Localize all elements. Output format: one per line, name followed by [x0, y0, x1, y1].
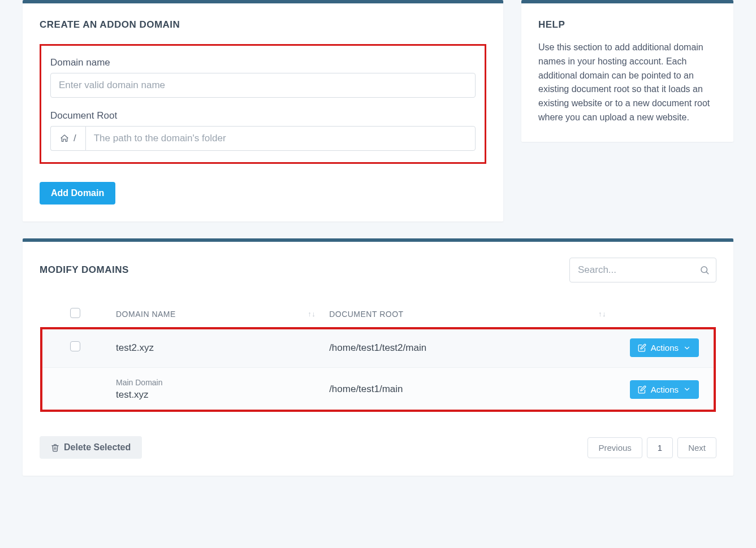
document-root-prefix: /: [50, 126, 85, 151]
pager: Previous 1 Next: [587, 437, 716, 458]
sort-icon: ↑↓: [598, 310, 606, 318]
pager-prev-button[interactable]: Previous: [587, 437, 642, 458]
domain-name-label: Domain name: [50, 57, 476, 68]
document-root-cell: /home/test1/test2/main: [322, 328, 613, 368]
panel-title: CREATE AN ADDON DOMAIN: [40, 19, 486, 31]
svg-point-0: [701, 267, 707, 273]
actions-button[interactable]: Actions: [630, 338, 699, 357]
svg-line-1: [706, 272, 708, 273]
col-domain-name[interactable]: DOMAIN NAME ↑↓: [109, 300, 322, 328]
domains-table: DOMAIN NAME ↑↓ DOCUMENT ROOT ↑↓ test2.xy…: [41, 300, 715, 411]
domain-cell: test.xyz: [116, 389, 149, 400]
document-root-slash: /: [74, 133, 76, 144]
search-icon: [699, 265, 710, 275]
create-addon-domain-panel: CREATE AN ADDON DOMAIN Domain name Docum…: [23, 0, 503, 221]
search-input[interactable]: [569, 258, 716, 282]
trash-icon: [51, 443, 59, 452]
table-row: Main Domaintest.xyz/home/test1/mainActio…: [41, 368, 715, 411]
edit-icon: [638, 385, 646, 394]
col-document-root[interactable]: DOCUMENT ROOT ↑↓: [322, 300, 613, 328]
delete-selected-label: Delete Selected: [64, 442, 131, 453]
help-text: Use this section to add additional domai…: [538, 41, 716, 125]
chevron-down-icon: [683, 385, 691, 393]
panel-title: MODIFY DOMAINS: [40, 264, 129, 276]
document-root-input[interactable]: [85, 126, 476, 151]
row-checkbox[interactable]: [70, 341, 80, 351]
actions-label: Actions: [651, 343, 679, 353]
add-domain-button[interactable]: Add Domain: [40, 182, 115, 205]
sort-icon: ↑↓: [308, 310, 316, 318]
table-row: test2.xyz/home/test1/test2/mainActions: [41, 328, 715, 368]
edit-icon: [638, 343, 646, 352]
home-icon: [60, 134, 69, 143]
modify-domains-panel: MODIFY DOMAINS DOMAIN NAME ↑↓ DOCUMENT R…: [23, 238, 733, 476]
help-panel: HELP Use this section to add additional …: [521, 0, 733, 142]
main-domain-label: Main Domain: [116, 378, 316, 387]
form-highlight-box: Domain name Document Root /: [40, 44, 486, 164]
chevron-down-icon: [683, 344, 691, 352]
document-root-label: Document Root: [50, 110, 476, 121]
actions-label: Actions: [651, 385, 679, 394]
select-all-checkbox[interactable]: [70, 308, 80, 318]
domain-cell: test2.xyz: [116, 342, 154, 353]
pager-page-button[interactable]: 1: [647, 437, 673, 458]
actions-button[interactable]: Actions: [630, 380, 699, 399]
domain-name-input[interactable]: [50, 73, 476, 98]
panel-title: HELP: [538, 19, 716, 31]
document-root-cell: /home/test1/main: [322, 368, 613, 411]
delete-selected-button[interactable]: Delete Selected: [40, 436, 142, 459]
pager-next-button[interactable]: Next: [677, 437, 716, 458]
